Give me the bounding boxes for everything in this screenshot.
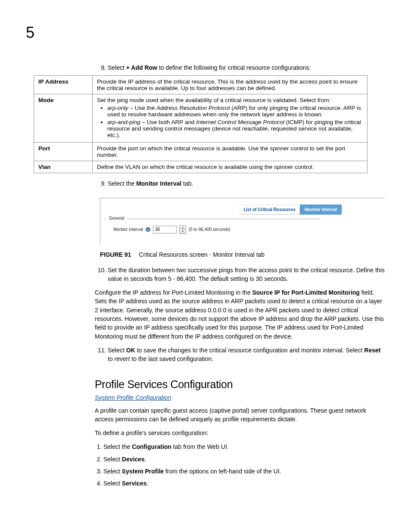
monitor-interval-input[interactable] [153,226,177,233]
em-arp-and-ping: arp-and-ping [107,119,140,125]
em-arp-only: arp-only [107,105,128,111]
profile-services-para1: A profile can contain specific guest acc… [95,406,385,424]
step-9-suffix: tab. [181,180,193,187]
figure-caption-text: Critical Resources screen - Monitor Inte… [139,251,265,258]
ps4-b: Services [122,480,147,487]
td-vlan: Define the VLAN on which the critical re… [93,161,367,173]
mid1-1: – Use both ARP and [140,119,196,125]
ps4-suf: . [146,480,148,487]
ps1-suf: tab from the Web UI. [171,443,229,450]
chapter-number: 5 [26,24,385,42]
general-panel: General Monitor Interval i ▲ ▼ (5 to 86,… [105,219,320,242]
step-9-prefix: Select the [108,180,136,187]
s11-mid: to save the changes to the critical reso… [135,347,364,354]
ps2-pre: Select [103,456,122,463]
ps2-suf: . [145,456,146,463]
spinner-down[interactable]: ▼ [180,230,186,233]
td-port: Provide the port on which the critical r… [93,143,367,161]
step-9: Select the Monitor Interval tab. [108,179,385,188]
tab-strip: List of Critical ResourcesMonitor Interv… [105,205,380,215]
s11-pre: Select [108,347,126,354]
em-icmp: Internet Control Message Protocol [196,119,284,125]
port-limited-paragraph: Configure the IP address for Port-Limite… [95,288,385,341]
pl-pre: Configure the IP address for Port-Limite… [95,289,252,296]
profile-services-heading: Profile Services Configuration [95,378,385,391]
mid1-0: – Use the [128,105,156,111]
ps1-b: Configuration [132,443,171,450]
ps-step-3: Select System Profile from the options o… [103,467,385,476]
td-ip-address: Provide the IP address of the critical r… [93,76,367,94]
pl-bold: Source IP for Port-Limited Monitoring [252,289,359,296]
step-8-prefix: Select [108,64,126,71]
ps2-b: Devices [122,456,145,463]
parameter-table: IP Address Provide the IP address of the… [34,75,367,173]
ps4-pre: Select [103,480,122,487]
th-ip-address: IP Address [34,76,93,94]
ps3-suf: from the options on left-hand side of th… [164,468,281,475]
system-profile-configuration-link[interactable]: System Profile Configuration [95,394,171,401]
figure-caption-label: FIGURE 91 [100,251,131,258]
monitor-interval-hint: (5 to 86,400 seconds) [189,227,230,232]
ps-step-4: Select Services. [103,479,385,488]
ps-step-1: Select the Configuration tab from the We… [103,442,385,451]
step-8-bold: + Add Row [126,64,157,71]
step-10: Set the duration between two successive … [108,266,385,283]
figure-91: List of Critical ResourcesMonitor Interv… [100,198,385,258]
step-8-suffix: to define the following for critical res… [157,64,311,71]
s11-suf: to revert to the last saved configuratio… [108,355,213,362]
spinner-up[interactable]: ▲ [180,226,186,230]
th-port: Port [34,143,93,161]
panel-legend: General [106,216,127,221]
ps-step-2: Select Devices. [103,455,385,464]
ps3-b: System Profile [122,468,164,475]
figure-caption: FIGURE 91Critical Resources screen - Mon… [100,251,385,258]
ps1-pre: Select the [103,443,132,450]
profile-services-para2: To define a profile's services configura… [95,429,385,437]
monitor-interval-label: Monitor Interval [113,227,143,232]
step-8: Select + Add Row to define the following… [108,63,385,72]
mode-intro: Set the ping mode used when the availabi… [97,97,331,103]
td-mode: Set the ping mode used when the availabi… [93,94,367,143]
s11-reset: Reset [364,347,380,354]
tab-list-of-critical-resources[interactable]: List of Critical Resources [239,205,300,215]
spinner-control[interactable]: ▲ ▼ [179,225,186,234]
step-11: Select OK to save the changes to the cri… [108,346,385,364]
pl-suf: field. Sets the IP address used as the s… [95,289,384,339]
mode-bullet-arp-only: arp-only – Use the Address Resolution Pr… [107,105,363,118]
mode-bullet-arp-and-ping: arp-and-ping – Use both ARP and Internet… [107,119,363,138]
step-9-bold: Monitor Interval [136,180,181,187]
s11-ok: OK [126,347,135,354]
tab-monitor-interval[interactable]: Monitor Interval [300,205,342,215]
th-mode: Mode [34,94,93,143]
info-icon[interactable]: i [146,227,150,232]
ps3-pre: Select [103,468,122,475]
em-arp-protocol: Address Resolution Protocol [156,105,230,111]
th-vlan: Vlan [34,161,93,173]
